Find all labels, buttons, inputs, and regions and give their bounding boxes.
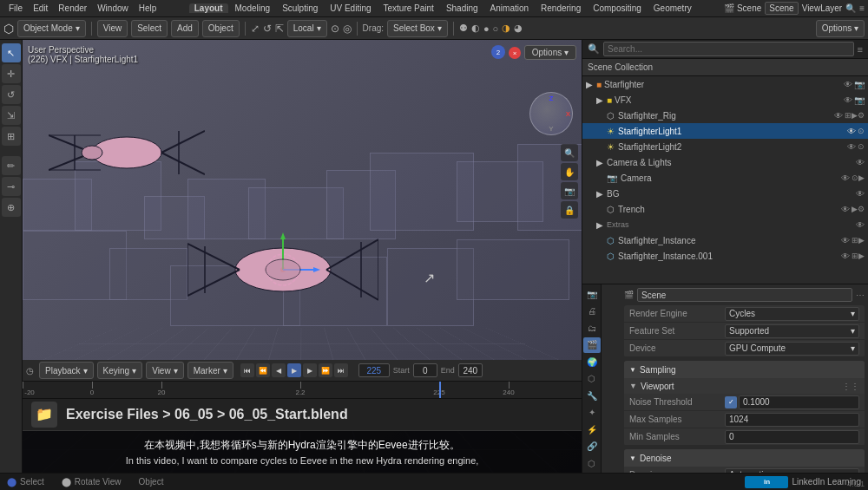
outliner-item-vfx[interactable]: ▶ ■ VFX 👁 📷 — [582, 92, 868, 108]
navigation-orb[interactable]: Z Y X — [529, 92, 573, 135]
inst1-eye[interactable]: 👁 — [841, 236, 850, 245]
prev-keyframe-btn[interactable]: ⏪ — [256, 363, 270, 377]
filter-icon[interactable]: ≡ — [858, 44, 863, 55]
modifier-icon[interactable]: 🔧 — [583, 388, 601, 404]
nav-x-axis[interactable]: X — [566, 110, 570, 118]
light1-eye[interactable]: 👁 — [847, 127, 856, 136]
viewport-options-button[interactable]: Options ▾ — [524, 45, 576, 60]
keying-menu[interactable]: Keying ▾ — [97, 362, 143, 379]
transform-icon-1[interactable]: ⤢ — [251, 23, 260, 35]
prev-frame-btn[interactable]: ◀ — [272, 363, 286, 377]
menu-render[interactable]: Render — [53, 0, 92, 16]
jump-start-btn[interactable]: ⏮ — [240, 363, 254, 377]
nav-z-axis[interactable]: Z — [549, 95, 554, 102]
constraints-icon[interactable]: 🔗 — [583, 439, 601, 455]
end-frame-field[interactable]: 240 — [458, 363, 483, 377]
rig-eye[interactable]: 👁 — [834, 111, 843, 121]
output-prop-icon[interactable]: 🖨 — [583, 304, 601, 320]
object-mode-dropdown[interactable]: Object Mode ▾ — [17, 20, 86, 37]
tab-compositing[interactable]: Compositing — [588, 3, 647, 13]
outliner-item-light1[interactable]: ☀ StarfighterLight1 👁 ⊙ — [582, 123, 868, 139]
shading-icon[interactable]: ● — [483, 23, 490, 34]
tab-geometry[interactable]: Geometry — [648, 3, 697, 13]
world-prop-icon[interactable]: 🌍 — [583, 354, 601, 370]
tool-rotate[interactable]: ↺ — [2, 85, 21, 104]
next-frame-btn[interactable]: ▶ — [303, 363, 317, 377]
starfighter-selected[interactable] — [187, 213, 378, 326]
physics-icon[interactable]: ⚡ — [583, 421, 601, 438]
tab-animation[interactable]: Animation — [485, 3, 534, 13]
bg-eye[interactable]: 👁 — [856, 189, 865, 199]
outliner-item-starfighter[interactable]: ▶ ■ Starfighter 👁 📷 — [582, 76, 868, 92]
viewport-shade-2[interactable]: ◑ — [502, 23, 510, 34]
view-layer-selector[interactable]: ViewLayer — [802, 3, 843, 13]
viewport-options-icon[interactable]: ⋮⋮ — [842, 382, 859, 391]
sampling-header[interactable]: ▼ Sampling — [624, 361, 865, 378]
vfx-render-icon[interactable]: 📷 — [854, 95, 865, 105]
overlay-icon-1[interactable]: ⚉ — [459, 23, 468, 34]
transform-icon-2[interactable]: ↺ — [263, 23, 272, 35]
vfx-eye[interactable]: 👁 — [844, 95, 852, 105]
tab-sculpting[interactable]: Sculpting — [277, 3, 323, 13]
outliner-item-rig[interactable]: ⬡ Starfighter_Rig 👁 ⊞▶⚙ — [582, 108, 868, 123]
trench-eye[interactable]: 👁 — [841, 205, 850, 214]
overlay-icon-2[interactable]: ◐ — [471, 23, 480, 34]
close-badge[interactable]: × — [509, 47, 521, 59]
object-menu[interactable]: Object — [202, 20, 240, 37]
visibility-eye[interactable]: 👁 — [844, 80, 852, 89]
scene-selector[interactable]: 🎬 Scene — [724, 3, 761, 13]
tool-add[interactable]: ⊕ — [2, 198, 21, 217]
playback-menu[interactable]: Playback ▾ — [39, 362, 94, 379]
light2-eye[interactable]: 👁 — [847, 142, 856, 152]
render-prop-icon[interactable]: 📷 — [583, 286, 601, 303]
viewport-subsection-header[interactable]: ▼ Viewport ⋮⋮ — [624, 378, 865, 394]
tab-rendering[interactable]: Rendering — [536, 3, 586, 13]
menu-edit[interactable]: Edit — [28, 0, 53, 16]
snap-icon[interactable]: ⊙ — [331, 23, 339, 35]
scene-prop-icon[interactable]: 🎬 — [583, 337, 601, 354]
nav-y-axis[interactable]: Y — [549, 125, 553, 133]
filter-icon[interactable]: ≡ — [859, 3, 865, 13]
outliner-item-instance1[interactable]: ⬡ Starfighter_Instance 👁 ⊞▶ — [582, 232, 868, 248]
outliner-item-light2[interactable]: ☀ StarfighterLight2 👁 ⊙ — [582, 139, 868, 154]
next-keyframe-btn[interactable]: ⏩ — [319, 363, 332, 377]
tool-transform[interactable]: ⊞ — [2, 127, 21, 146]
tool-move[interactable]: ✛ — [2, 64, 21, 83]
viewport-shade-3[interactable]: ◕ — [514, 23, 523, 34]
feature-set-dropdown[interactable]: Supported ▾ — [725, 324, 859, 338]
tab-shading[interactable]: Shading — [441, 3, 483, 13]
tab-layout[interactable]: Layout — [189, 3, 228, 13]
denoise-header[interactable]: ▼ Denoise — [624, 449, 865, 467]
settings-icon[interactable]: ⋯ — [856, 291, 865, 300]
tab-texture-paint[interactable]: Texture Paint — [378, 3, 439, 13]
outliner-item-instance2[interactable]: ⬡ Starfighter_Instance.001 👁 ⊞▶ — [582, 248, 868, 264]
view-menu-tl[interactable]: View ▾ — [146, 362, 184, 379]
render-engine-dropdown[interactable]: Cycles ▾ — [725, 307, 859, 321]
timeline-ruler[interactable]: -20 0 20 2.2 225 240 — [23, 382, 582, 399]
outliner-search-input[interactable] — [603, 42, 854, 56]
hand-tool[interactable]: ✋ — [561, 163, 578, 180]
play-btn[interactable]: ▶ — [287, 363, 301, 377]
tool-scale[interactable]: ⇲ — [2, 106, 21, 125]
start-frame-field[interactable]: 0 — [413, 363, 437, 377]
jump-end-btn[interactable]: ⏭ — [334, 363, 348, 377]
lock-tool[interactable]: 🔒 — [561, 201, 578, 219]
camera-tool[interactable]: 📷 — [561, 182, 578, 199]
outliner-item-camera-lights[interactable]: ▶ Camera & Lights 👁 — [582, 154, 868, 170]
outliner-item-camera[interactable]: 📷 Camera 👁 ⊙▶ — [582, 170, 868, 186]
options-button[interactable]: Options ▾ — [816, 20, 865, 37]
viewport-shade-1[interactable]: ○ — [493, 23, 499, 34]
search-icon[interactable]: 🔍 — [845, 3, 856, 13]
add-menu[interactable]: Add — [171, 20, 199, 37]
camera-eye[interactable]: 👁 — [841, 173, 850, 183]
tool-annotate[interactable]: ✏ — [2, 156, 21, 175]
render-cam-icon[interactable]: 📷 — [854, 80, 865, 89]
marker-menu[interactable]: Marker ▾ — [187, 362, 233, 379]
cam-lights-eye[interactable]: 👁 — [856, 158, 865, 167]
current-frame-display[interactable]: 225 — [358, 363, 390, 377]
view-menu[interactable]: View — [97, 20, 128, 37]
view-layer-icon[interactable]: 🗂 — [583, 320, 601, 336]
menu-file[interactable]: File — [3, 0, 28, 16]
object-prop-icon[interactable]: ⬡ — [583, 371, 601, 388]
drag-dropdown[interactable]: Select Box ▾ — [387, 20, 448, 37]
